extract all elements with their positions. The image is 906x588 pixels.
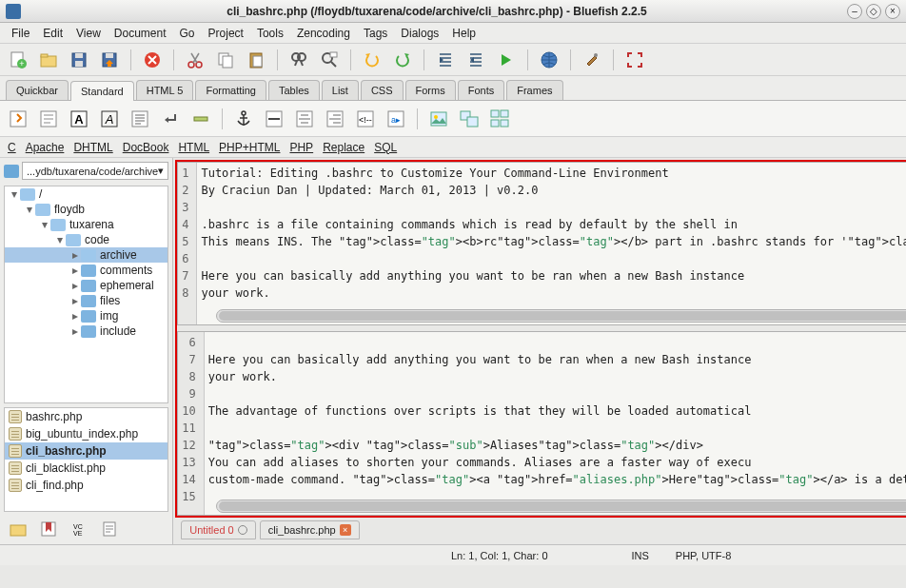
file-list[interactable]: bashrc.phpbig_ubuntu_index.phpcli_bashrc… xyxy=(4,407,168,512)
path-combo[interactable]: ...ydb/tuxarena/code/archive ▾ xyxy=(22,162,168,180)
lang-html[interactable]: HTML xyxy=(178,141,209,154)
toolbar-tab-standard[interactable]: Standard xyxy=(70,81,134,101)
toolbar-tab-tables[interactable]: Tables xyxy=(268,80,320,100)
paste-button[interactable] xyxy=(244,48,268,72)
expander-icon[interactable]: ▾ xyxy=(54,233,66,246)
menu-file[interactable]: File xyxy=(6,25,35,42)
copy-button[interactable] xyxy=(213,48,238,72)
toolbar-tab-list[interactable]: List xyxy=(322,80,359,100)
center-icon[interactable] xyxy=(292,107,317,131)
toolbar-tab-quickbar[interactable]: Quickbar xyxy=(6,80,69,100)
preferences-button[interactable] xyxy=(580,48,604,72)
web-preview-button[interactable] xyxy=(537,48,561,72)
lang-c[interactable]: C xyxy=(8,141,16,154)
menu-edit[interactable]: Edit xyxy=(37,25,69,42)
toolbar-tab-fonts[interactable]: Fonts xyxy=(458,80,505,100)
menu-go[interactable]: Go xyxy=(174,25,201,42)
folder-tree[interactable]: ▾/▾floydb▾tuxarena▾code▸archive▸comments… xyxy=(4,186,168,403)
open-button[interactable] xyxy=(36,48,61,72)
save-as-button[interactable] xyxy=(97,48,122,72)
open-folder-button[interactable] xyxy=(6,517,30,541)
file-item[interactable]: big_ubuntu_index.php xyxy=(5,425,167,442)
close-window-button[interactable]: × xyxy=(885,4,900,19)
lang-php[interactable]: PHP xyxy=(289,141,313,154)
multithumbnail-icon[interactable] xyxy=(487,107,512,131)
nbsp-icon[interactable] xyxy=(188,107,213,131)
body-icon[interactable] xyxy=(36,107,61,131)
menu-view[interactable]: View xyxy=(70,25,107,42)
menu-project[interactable]: Project xyxy=(203,25,249,42)
toolbar-tab-frames[interactable]: Frames xyxy=(506,80,562,100)
bold-icon[interactable]: A xyxy=(67,107,91,131)
save-button[interactable] xyxy=(67,48,91,72)
expander-icon[interactable]: ▾ xyxy=(24,203,35,216)
fullscreen-button[interactable] xyxy=(622,48,647,72)
para-icon[interactable] xyxy=(128,107,152,131)
lang-dhtml[interactable]: DHTML xyxy=(73,141,112,154)
tree-item-comments[interactable]: ▸comments xyxy=(5,263,167,278)
menu-tags[interactable]: Tags xyxy=(358,25,393,42)
lang-sql[interactable]: SQL xyxy=(374,141,397,154)
close-doc-button[interactable] xyxy=(140,48,165,72)
code-bottom[interactable]: Here you can basically add anything you … xyxy=(205,332,906,515)
file-item[interactable]: cli_find.php xyxy=(5,477,167,494)
expander-icon[interactable]: ▸ xyxy=(69,324,81,338)
tree-item-img[interactable]: ▸img xyxy=(5,308,167,323)
file-item[interactable]: bashrc.php xyxy=(5,408,167,425)
charmap-button[interactable]: VCVE xyxy=(67,517,91,541)
comment-icon[interactable]: <!-- xyxy=(353,107,378,131)
menu-document[interactable]: Document xyxy=(108,25,172,42)
snippets-button[interactable] xyxy=(97,517,122,541)
tree-item-code[interactable]: ▾code xyxy=(5,232,167,247)
run-button[interactable] xyxy=(494,48,519,72)
toolbar-tab-html-5[interactable]: HTML 5 xyxy=(136,80,194,100)
code-top[interactable]: Tutorial: Editing .bashrc to Customize Y… xyxy=(197,163,906,324)
lang-php-html[interactable]: PHP+HTML xyxy=(219,141,280,154)
hscrollbar-bottom[interactable] xyxy=(216,500,906,513)
quickstart-icon[interactable] xyxy=(6,107,30,131)
file-item[interactable]: cli_bashrc.php xyxy=(5,442,167,460)
rightalign-icon[interactable] xyxy=(323,107,347,131)
file-item[interactable]: cli_blacklist.php xyxy=(5,460,167,477)
anchor-icon[interactable] xyxy=(231,107,256,131)
tree-item-floydb[interactable]: ▾floydb xyxy=(5,202,167,217)
expander-icon[interactable]: ▸ xyxy=(69,309,81,323)
editor-tab[interactable]: cli_bashrc.php× xyxy=(260,520,360,539)
menu-tools[interactable]: Tools xyxy=(251,25,289,42)
indent-button[interactable] xyxy=(463,48,488,72)
thumbnail-icon[interactable] xyxy=(457,107,482,131)
menu-help[interactable]: Help xyxy=(446,25,482,42)
close-tab-icon[interactable]: × xyxy=(340,524,351,536)
toolbar-tab-css[interactable]: CSS xyxy=(361,80,404,100)
unindent-button[interactable] xyxy=(433,48,458,72)
new-file-button[interactable]: + xyxy=(6,48,30,72)
tab-indicator-icon[interactable] xyxy=(238,525,247,535)
expander-icon[interactable]: ▸ xyxy=(69,264,81,277)
code-pane-bottom[interactable]: 6789101112131415 Here you can basically … xyxy=(177,331,906,516)
code-pane-top[interactable]: 12345678 Tutorial: Editing .bashrc to Cu… xyxy=(177,162,906,325)
expander-icon[interactable]: ▸ xyxy=(69,294,81,307)
break-icon[interactable] xyxy=(158,107,183,131)
lang-docbook[interactable]: DocBook xyxy=(123,141,169,154)
hscrollbar-top[interactable] xyxy=(216,309,906,323)
tree-item-root[interactable]: ▾/ xyxy=(5,186,167,202)
minimize-button[interactable]: – xyxy=(847,4,862,19)
lang-replace[interactable]: Replace xyxy=(323,141,364,154)
tree-item-files[interactable]: ▸files xyxy=(5,293,167,308)
find-replace-button[interactable] xyxy=(317,48,342,72)
editor-tab[interactable]: Untitled 0 xyxy=(181,520,255,539)
image-icon[interactable] xyxy=(426,107,451,131)
tree-item-include[interactable]: ▸include xyxy=(5,323,167,339)
tree-item-archive[interactable]: ▸archive xyxy=(5,247,167,263)
menu-zencoding[interactable]: Zencoding xyxy=(291,25,356,42)
tree-item-ephemeral[interactable]: ▸ephemeral xyxy=(5,278,167,293)
bookmarks-button[interactable] xyxy=(36,517,61,541)
menu-dialogs[interactable]: Dialogs xyxy=(395,25,444,42)
toolbar-tab-forms[interactable]: Forms xyxy=(405,80,456,100)
redo-button[interactable] xyxy=(390,48,415,72)
maximize-button[interactable]: ◇ xyxy=(866,4,881,19)
undo-button[interactable] xyxy=(360,48,384,72)
find-button[interactable] xyxy=(286,48,311,72)
expander-icon[interactable]: ▸ xyxy=(69,279,81,292)
lang-apache[interactable]: Apache xyxy=(26,141,65,154)
